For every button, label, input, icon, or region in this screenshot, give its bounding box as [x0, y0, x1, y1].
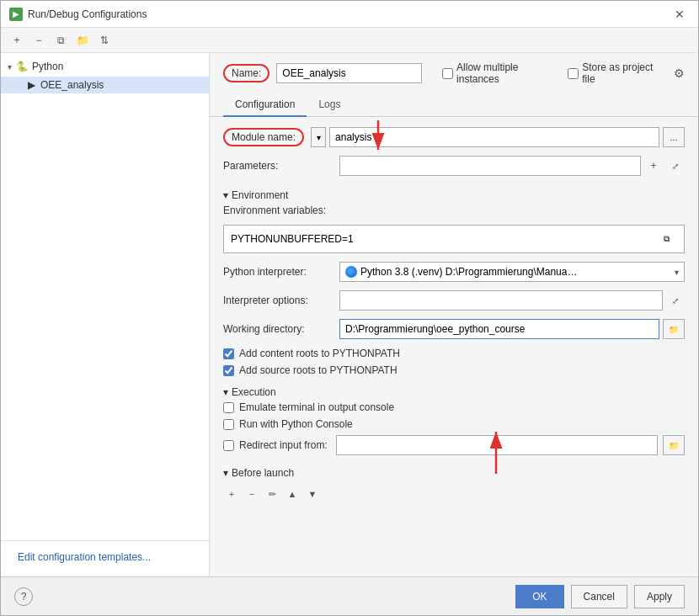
title-bar: ▶ Run/Debug Configurations ✕ — [1, 1, 698, 28]
emulate-terminal-label: Emulate terminal in output console — [239, 401, 394, 413]
before-launch-edit-button[interactable]: ✏ — [264, 486, 280, 502]
env-variables-edit-button[interactable]: ⧉ — [655, 229, 677, 249]
redirect-input-field[interactable] — [336, 435, 658, 455]
before-launch-add-button[interactable]: + — [223, 486, 240, 502]
footer-left: ? — [14, 587, 33, 606]
edit-templates-link[interactable]: Edit configuration templates... — [9, 546, 210, 568]
allow-multiple-checkbox[interactable] — [442, 68, 453, 79]
add-source-roots-label: Add source roots to PYTHONPATH — [239, 364, 398, 376]
working-directory-input-row: 📁 — [339, 319, 685, 339]
name-label: Name: — [223, 64, 269, 82]
module-type-dropdown[interactable]: ▾ — [311, 127, 326, 147]
working-directory-row: Working directory: 📁 — [223, 319, 685, 339]
interpreter-options-expand-button[interactable]: ⤢ — [666, 291, 685, 310]
name-input[interactable] — [276, 63, 422, 83]
footer-right: OK Cancel Apply — [515, 585, 685, 608]
redirect-input-checkbox[interactable] — [223, 440, 234, 451]
parameters-add-button[interactable]: + — [644, 157, 663, 175]
emulate-terminal-checkbox[interactable] — [223, 402, 234, 413]
emulate-terminal-row: Emulate terminal in output console — [223, 401, 685, 413]
sidebar-items-area: ▾ 🐍 Python ▶ OEE_analysis — [1, 56, 209, 540]
interpreter-select[interactable]: Python 3.8 (.venv) D:\Programmierung\Man… — [339, 262, 685, 282]
dialog-title: Run/Debug Configurations — [28, 8, 147, 20]
parameters-expand-button[interactable]: ⤢ — [666, 157, 685, 175]
env-variables-row: Environment variables: — [223, 204, 685, 216]
redirect-input-browse-button[interactable]: 📁 — [663, 435, 685, 455]
dialog-footer: ? OK Cancel Apply — [1, 576, 698, 615]
store-project-checkbox[interactable] — [568, 68, 579, 79]
name-options: Allow multiple instances Store as projec… — [442, 61, 685, 85]
parameters-input[interactable] — [339, 156, 641, 176]
sidebar-item-oee-analysis[interactable]: ▶ OEE_analysis — [1, 77, 209, 93]
env-variables-box[interactable]: PYTHONUNBUFFERED=1 ⧉ — [223, 225, 685, 253]
remove-config-button[interactable]: − — [29, 31, 48, 50]
help-button[interactable]: ? — [14, 587, 33, 606]
sort-config-button[interactable]: ⇅ — [95, 31, 114, 50]
close-button[interactable]: ✕ — [670, 6, 690, 23]
before-launch-collapse-icon: ▾ — [223, 467, 228, 479]
before-launch-remove-button[interactable]: − — [243, 486, 260, 502]
dialog-icon: ▶ — [9, 8, 23, 21]
chevron-down-icon: ▾ — [8, 62, 12, 72]
toolbar: + − ⧉ 📁 ⇅ — [1, 28, 698, 53]
add-content-roots-checkbox[interactable] — [223, 348, 234, 359]
run-python-console-label: Run with Python Console — [239, 418, 353, 430]
add-config-button[interactable]: + — [8, 31, 26, 50]
sidebar-group-python-header[interactable]: ▾ 🐍 Python — [1, 56, 209, 77]
copy-config-button[interactable]: ⧉ — [51, 31, 70, 50]
redirect-input-label: Redirect input from: — [239, 439, 328, 451]
right-panel-wrapper: Name: Allow multiple instances Store as … — [210, 53, 698, 576]
interpreter-row: Python 3.8 (.venv) D:\Programmierung\Man… — [339, 262, 685, 282]
interpreter-options-input-row: ⤢ — [339, 290, 685, 311]
python-interpreter-row: Python interpreter: Python 3.8 (.venv) D… — [223, 262, 685, 282]
cancel-button[interactable]: Cancel — [571, 585, 627, 608]
module-input-row: ▾ … — [311, 127, 685, 147]
add-content-roots-label: Add content roots to PYTHONPATH — [239, 348, 400, 359]
module-name-label: Module name: — [223, 128, 304, 146]
edit-link-area: Edit configuration templates... — [1, 540, 209, 573]
env-variables-value: PYTHONUNBUFFERED=1 — [231, 233, 354, 245]
execution-section-header: ▾ Execution — [223, 381, 685, 401]
ok-button[interactable]: OK — [515, 585, 563, 608]
environment-section-header: ▾ Environment — [223, 184, 685, 204]
allow-multiple-label[interactable]: Allow multiple instances — [442, 61, 558, 85]
tab-logs[interactable]: Logs — [307, 93, 352, 117]
sidebar: ▾ 🐍 Python ▶ OEE_analysis Edit configura… — [1, 53, 210, 576]
tabs: Configuration Logs — [210, 93, 698, 117]
name-row: Name: Allow multiple instances Store as … — [210, 53, 698, 93]
sidebar-item-label: OEE_analysis — [40, 79, 104, 91]
python-group-icon: 🐍 — [15, 60, 29, 73]
gear-button[interactable]: ⚙ — [674, 66, 685, 80]
config-panel: Module name: ▾ … Parameters: + — [210, 117, 698, 576]
python-ball-icon — [345, 266, 357, 278]
module-browse-button[interactable]: … — [663, 127, 685, 147]
sidebar-container: ▾ 🐍 Python ▶ OEE_analysis Edit configura… — [1, 56, 209, 573]
env-collapse-icon: ▾ — [223, 189, 228, 201]
module-name-input[interactable] — [329, 127, 659, 147]
main-content: ▾ 🐍 Python ▶ OEE_analysis Edit configura… — [1, 53, 698, 576]
add-content-roots-row: Add content roots to PYTHONPATH — [223, 348, 685, 359]
store-project-label[interactable]: Store as project file — [568, 61, 664, 85]
run-python-console-row: Run with Python Console — [223, 418, 685, 430]
working-directory-browse-button[interactable]: 📁 — [663, 319, 685, 339]
parameters-label: Parameters: — [223, 160, 333, 172]
interpreter-value: Python 3.8 (.venv) D:\Programmierung\Man… — [360, 266, 579, 278]
working-directory-input[interactable] — [339, 319, 659, 339]
apply-button[interactable]: Apply — [634, 585, 685, 608]
interpreter-dropdown-icon: ▾ — [675, 268, 679, 277]
parameters-row: Parameters: + ⤢ — [223, 156, 685, 176]
tab-configuration[interactable]: Configuration — [223, 93, 307, 117]
params-row: + ⤢ — [339, 156, 685, 176]
before-launch-down-button[interactable]: ▼ — [304, 486, 321, 502]
title-bar-left: ▶ Run/Debug Configurations — [9, 8, 147, 21]
before-launch-toolbar: + − ✏ ▲ ▼ — [223, 482, 685, 506]
add-source-roots-checkbox[interactable] — [223, 365, 234, 376]
folder-config-button[interactable]: 📁 — [73, 31, 92, 50]
before-launch-up-button[interactable]: ▲ — [284, 486, 301, 502]
interpreter-options-row: Interpreter options: ⤢ — [223, 290, 685, 311]
run-python-console-checkbox[interactable] — [223, 419, 234, 430]
interpreter-options-label: Interpreter options: — [223, 295, 333, 306]
sidebar-group-python: ▾ 🐍 Python ▶ OEE_analysis — [1, 56, 209, 93]
python-interpreter-label: Python interpreter: — [223, 266, 333, 278]
interpreter-options-input[interactable] — [339, 290, 663, 311]
